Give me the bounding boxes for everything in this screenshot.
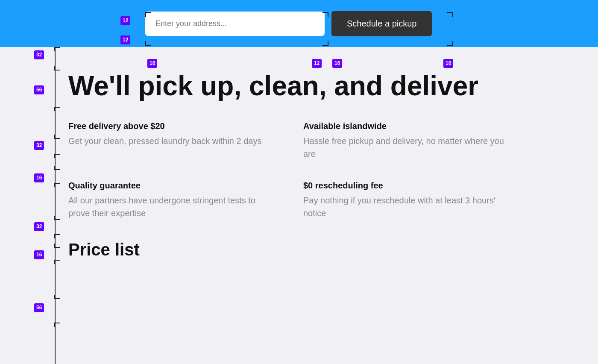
feature-item-2: Quality guarantee All our partners have …: [68, 174, 303, 233]
bracket-16b-t2: [54, 260, 60, 264]
annotation-badge-16b-side: 16: [34, 250, 44, 259]
bracket-56b-t2: [54, 323, 60, 327]
main-content: We'll pick up, clean, and deliver Free d…: [60, 47, 538, 364]
sidebar-annotations: 32 56 32 16 32 16 56: [0, 47, 60, 364]
annotation-badge-56a: 56: [34, 85, 44, 94]
annotation-badge-16c: 16: [443, 59, 453, 68]
sidebar-line: [55, 47, 56, 364]
bracket-mark-br-btn: [447, 41, 453, 46]
bracket-56a-t2: [54, 107, 60, 111]
bracket-mark-tl: [145, 12, 151, 17]
bracket-56b-b: [54, 295, 60, 299]
feature-item-0: Free delivery above $20 Get your clean, …: [68, 114, 303, 174]
bracket-56a-b: [54, 66, 60, 70]
bracket-32b-b: [54, 216, 60, 220]
feature-desc-0: Get your clean, pressed laundry back wit…: [68, 135, 278, 147]
feature-item-1: Available islandwide Hassle free pickup …: [303, 114, 538, 174]
price-list-title: Price list: [68, 240, 538, 259]
feature-title-0: Free delivery above $20: [68, 121, 278, 131]
address-input-wrapper: [145, 12, 325, 36]
schedule-pickup-button[interactable]: Schedule a pickup: [331, 11, 432, 36]
annotation-badge-32b: 32: [34, 222, 44, 231]
annotation-badge-16b: 16: [332, 59, 342, 68]
feature-item-3: $0 rescheduling fee Pay nothing if you r…: [303, 174, 538, 233]
feature-desc-1: Hassle free pickup and delivery, no matt…: [303, 135, 513, 160]
header: 12 12 16 12 16 16 Schedule a pickup: [0, 0, 598, 47]
bracket-16a-b: [54, 166, 60, 170]
main-wrapper: 32 56 32 16 32 16 56 We'll pick up, clea…: [0, 47, 598, 364]
bracket-mark-tr-input: [322, 12, 328, 17]
annotation-badge-12c: 12: [312, 59, 322, 68]
annotation-badge-56b: 56: [34, 303, 44, 312]
feature-desc-3: Pay nothing if you reschedule with at le…: [303, 194, 513, 220]
header-inner: Schedule a pickup: [145, 11, 589, 36]
annotation-badge-16a: 16: [147, 59, 157, 68]
feature-title-1: Available islandwide: [303, 121, 513, 131]
annotation-badge-12a: 12: [120, 16, 130, 25]
annotation-badge-32-top: 32: [34, 50, 44, 59]
bracket-mark-br-input: [322, 41, 328, 46]
bracket-32a-b: [54, 135, 60, 139]
address-input[interactable]: [145, 12, 325, 36]
bracket-32a-t2: [54, 154, 60, 158]
feature-title-2: Quality guarantee: [68, 181, 278, 191]
feature-desc-2: All our partners have undergone stringen…: [68, 194, 278, 220]
features-grid: Free delivery above $20 Get your clean, …: [68, 114, 538, 233]
bracket-mark-tr-btn: [447, 12, 453, 17]
bracket-main-tl: [54, 47, 60, 51]
hero-title: We'll pick up, clean, and deliver: [68, 71, 538, 101]
bracket-mark-bl: [145, 41, 151, 46]
bracket-16a-t2: [54, 183, 60, 187]
annotation-badge-16a-side: 16: [34, 173, 44, 182]
annotation-badge-12b: 12: [120, 35, 130, 44]
bracket-32b-t2: [54, 234, 60, 238]
feature-title-3: $0 rescheduling fee: [303, 181, 513, 191]
annotation-badge-32a: 32: [34, 141, 44, 150]
bracket-16b-b: [54, 244, 60, 248]
